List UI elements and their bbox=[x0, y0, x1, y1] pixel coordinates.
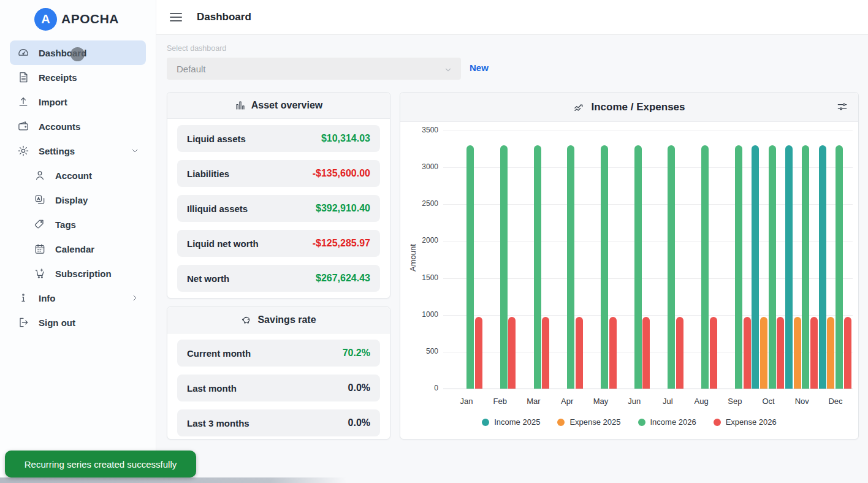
bar-expense-2026-aug[interactable] bbox=[710, 317, 717, 389]
dashboard-select-value: Default bbox=[177, 64, 206, 74]
sidebar-item-label: Sign out bbox=[39, 318, 75, 328]
cursor-indicator bbox=[70, 47, 85, 61]
bar-expense-2026-oct[interactable] bbox=[777, 317, 784, 389]
stat-value: $392,910.40 bbox=[316, 203, 370, 214]
bar-income-2026-dec[interactable] bbox=[836, 145, 843, 389]
sidebar-item-subscription[interactable]: Subscription bbox=[10, 261, 146, 286]
page-title: Dashboard bbox=[197, 11, 251, 23]
bar-expense-2026-jan[interactable] bbox=[475, 317, 482, 389]
savings-rate-rows: Current month 70.2% Last month 0.0% Last… bbox=[167, 333, 390, 436]
bar-income-2026-jul[interactable] bbox=[668, 145, 675, 389]
chart-plot-area: Amount 0500100015002000250030003500JanFe… bbox=[400, 122, 858, 410]
bar-income-2026-may[interactable] bbox=[601, 145, 608, 389]
sidebar-item-display[interactable]: Display bbox=[10, 188, 146, 212]
bar-expense-2026-apr[interactable] bbox=[576, 317, 583, 389]
logo-text: APOCHA bbox=[61, 12, 119, 26]
stat-value: 0.0% bbox=[348, 417, 370, 428]
bar-expense-2025-sep[interactable] bbox=[760, 317, 767, 389]
app-root: A APOCHA Dashboard Receipts Import bbox=[0, 0, 868, 483]
sidebar-item-settings[interactable]: Settings bbox=[10, 139, 146, 163]
sidebar-item-label: Account bbox=[55, 170, 92, 181]
sidebar-item-label: Subscription bbox=[55, 268, 112, 279]
calendar-icon bbox=[34, 243, 46, 255]
bar-income-2026-aug[interactable] bbox=[701, 145, 709, 389]
bar-expense-2026-jul[interactable] bbox=[676, 317, 683, 389]
stat-row: Liquid net worth -$125,285.97 bbox=[177, 230, 380, 257]
chevron-down-icon bbox=[444, 66, 452, 76]
sidebar-item-accounts[interactable]: Accounts bbox=[10, 114, 146, 139]
bar-expense-2026-sep[interactable] bbox=[744, 317, 751, 389]
dashboard-select[interactable]: Default bbox=[167, 58, 461, 80]
stat-value: 0.0% bbox=[348, 382, 370, 394]
bar-expense-2026-dec[interactable] bbox=[844, 317, 851, 389]
bar-income-2025-nov[interactable] bbox=[819, 145, 826, 389]
asset-overview-card: Asset overview Liquid assets $10,314.03 … bbox=[167, 92, 390, 299]
bar-expense-2026-feb[interactable] bbox=[508, 317, 516, 389]
bar-income-2026-nov[interactable] bbox=[802, 145, 809, 389]
bar-expense-2026-may[interactable] bbox=[609, 317, 617, 389]
bar-income-2026-oct[interactable] bbox=[769, 145, 776, 389]
bar-expense-2025-nov[interactable] bbox=[827, 317, 834, 389]
cart-plus-icon bbox=[34, 267, 46, 280]
income-expenses-header: Income / Expenses bbox=[400, 93, 858, 122]
bar-income-2026-sep[interactable] bbox=[735, 145, 742, 389]
topbar: Dashboard bbox=[156, 0, 868, 35]
bar-income-2026-jan[interactable] bbox=[466, 145, 474, 389]
legend-label: Income 2026 bbox=[650, 417, 696, 427]
tag-icon bbox=[34, 218, 46, 230]
card-title: Income / Expenses bbox=[591, 101, 685, 113]
sidebar-item-signout[interactable]: Sign out bbox=[10, 310, 146, 335]
legend-dot bbox=[557, 419, 565, 426]
chart-settings-icon[interactable] bbox=[836, 101, 848, 116]
bar-expense-2026-nov[interactable] bbox=[810, 317, 818, 389]
bar-income-2026-jun[interactable] bbox=[634, 145, 642, 389]
select-dashboard-label: Select dashboard bbox=[167, 44, 226, 53]
bar-expense-2026-jun[interactable] bbox=[642, 317, 650, 389]
sidebar-item-calendar[interactable]: Calendar bbox=[10, 237, 146, 261]
sidebar-item-label: Display bbox=[55, 195, 88, 205]
app-logo: A APOCHA bbox=[0, 0, 156, 32]
bar-expense-2025-oct[interactable] bbox=[794, 317, 801, 389]
legend-label: Income 2025 bbox=[494, 417, 540, 427]
bar-income-2026-mar[interactable] bbox=[534, 145, 541, 389]
sidebar-item-tags[interactable]: Tags bbox=[10, 212, 146, 237]
info-icon bbox=[17, 292, 29, 304]
stat-label: Liabilities bbox=[187, 169, 229, 179]
chevron-right-icon bbox=[130, 293, 140, 303]
bar-chart-icon bbox=[235, 100, 246, 111]
sidebar-item-account[interactable]: Account bbox=[10, 163, 146, 188]
toast-notification: Recurring series created successfully bbox=[5, 451, 196, 477]
bar-income-2025-oct[interactable] bbox=[785, 145, 793, 389]
legend-item[interactable]: Expense 2026 bbox=[714, 417, 777, 427]
stat-row: Liabilities -$135,600.00 bbox=[177, 160, 380, 187]
asset-overview-rows: Liquid assets $10,314.03 Liabilities -$1… bbox=[167, 119, 390, 292]
stat-label: Illiquid assets bbox=[187, 203, 248, 214]
sidebar-item-label: Settings bbox=[39, 146, 75, 156]
legend-item[interactable]: Income 2026 bbox=[638, 417, 696, 427]
income-expenses-card: Income / Expenses Amount 050010001500200… bbox=[400, 92, 859, 439]
speedometer-icon bbox=[17, 47, 29, 59]
bar-income-2025-sep[interactable] bbox=[752, 145, 759, 389]
bar-expense-2026-mar[interactable] bbox=[542, 317, 549, 389]
legend-item[interactable]: Income 2025 bbox=[482, 417, 540, 427]
piggy-bank-icon bbox=[241, 314, 252, 325]
trending-chart-icon bbox=[573, 101, 585, 113]
sidebar-item-info[interactable]: Info bbox=[10, 286, 146, 310]
legend-item[interactable]: Expense 2025 bbox=[557, 417, 620, 427]
sidebar-item-import[interactable]: Import bbox=[10, 89, 146, 114]
person-icon bbox=[34, 169, 46, 181]
sidebar-item-receipts[interactable]: Receipts bbox=[10, 65, 146, 89]
stat-value: $10,314.03 bbox=[321, 133, 370, 144]
stat-value: -$135,600.00 bbox=[313, 168, 370, 179]
sidebar: A APOCHA Dashboard Receipts Import bbox=[0, 0, 156, 483]
savings-rate-header: Savings rate bbox=[167, 307, 390, 333]
stat-row: Current month 70.2% bbox=[177, 340, 380, 367]
legend-label: Expense 2025 bbox=[569, 417, 620, 427]
stat-row: Illiquid assets $392,910.40 bbox=[177, 195, 380, 222]
logout-icon bbox=[17, 316, 29, 329]
bar-income-2026-feb[interactable] bbox=[500, 145, 508, 389]
sidebar-item-label: Import bbox=[39, 97, 67, 107]
new-dashboard-button[interactable]: New bbox=[470, 63, 489, 73]
bar-income-2026-apr[interactable] bbox=[567, 145, 574, 389]
hamburger-menu-icon[interactable] bbox=[170, 13, 182, 21]
